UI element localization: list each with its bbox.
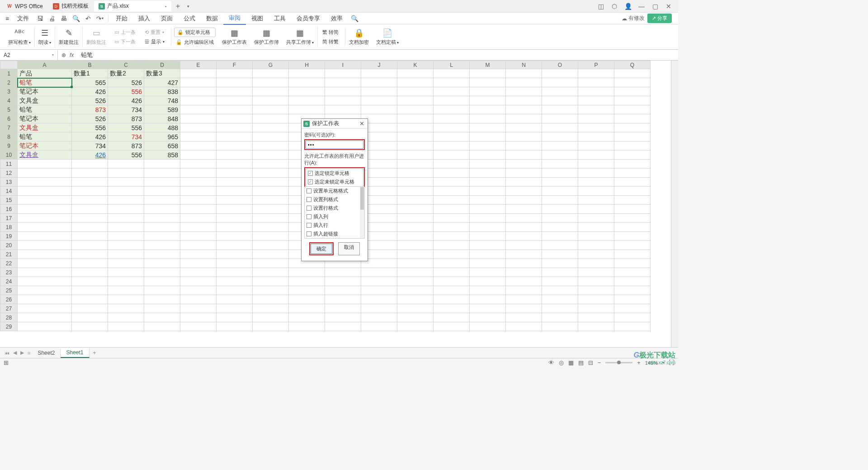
cell[interactable] [325,78,361,87]
cell[interactable] [578,286,614,295]
cell[interactable] [542,150,578,160]
permission-item[interactable]: 设置列格式 [305,195,364,204]
cell[interactable] [470,268,506,277]
cell[interactable] [578,205,614,214]
cell[interactable] [217,169,253,178]
cell[interactable] [253,150,289,160]
cell[interactable] [434,241,470,250]
cell[interactable] [325,295,361,304]
cell[interactable] [180,169,217,178]
cell[interactable] [434,187,470,196]
cell[interactable] [18,322,72,331]
cell[interactable] [397,232,434,241]
cell[interactable] [542,250,578,259]
cell[interactable] [325,322,361,331]
cell[interactable] [289,78,325,87]
cell[interactable] [470,105,506,114]
cell[interactable] [72,232,108,241]
doc-finalize-button[interactable]: 📄 文档定稿▾ [373,26,402,48]
cell[interactable] [217,250,253,259]
cell[interactable] [470,223,506,232]
status-icon[interactable]: ⊞ [4,359,9,366]
cell[interactable] [434,105,470,114]
cell[interactable] [108,241,144,250]
cell[interactable] [253,304,289,313]
cell[interactable] [397,223,434,232]
cell[interactable] [506,105,542,114]
cell[interactable] [434,250,470,259]
col-head-C[interactable]: C [108,61,144,69]
row-head-14[interactable]: 14 [0,187,18,196]
cell[interactable]: 748 [144,96,180,105]
cell[interactable]: 848 [144,114,180,123]
cell[interactable] [108,259,144,268]
cell[interactable] [108,322,144,331]
cell[interactable] [578,114,614,123]
row-head-2[interactable]: 2 [0,78,18,87]
cell[interactable] [144,160,180,169]
cell[interactable] [542,268,578,277]
zoom-out-button[interactable]: − [598,359,601,366]
cell[interactable] [108,223,144,232]
cell[interactable] [108,178,144,187]
row-head-16[interactable]: 16 [0,205,18,214]
col-head-H[interactable]: H [289,61,325,69]
menu-tab-start[interactable]: 开始 [110,13,133,24]
cell[interactable] [506,214,542,223]
cell[interactable] [470,169,506,178]
cell[interactable] [72,277,108,286]
cell[interactable] [217,196,253,205]
protect-book-button[interactable]: ▦ 保护工作簿 [250,26,283,48]
cell[interactable] [542,160,578,169]
checkbox[interactable]: ✓ [308,179,313,184]
cell[interactable]: 734 [72,141,108,150]
cell[interactable] [72,304,108,313]
cell[interactable] [434,232,470,241]
cell[interactable] [542,96,578,105]
cell[interactable] [578,322,614,331]
cell[interactable] [217,205,253,214]
cell[interactable] [506,268,542,277]
cell[interactable] [144,259,180,268]
cell[interactable] [470,69,506,78]
cell[interactable] [108,169,144,178]
view-focus-icon[interactable]: ◎ [559,359,564,366]
cell[interactable] [289,313,325,322]
cell[interactable] [397,114,434,123]
cell[interactable] [434,322,470,331]
undo-icon[interactable]: ↶ [83,15,94,22]
redo-icon[interactable]: ↷▾ [94,15,106,22]
cell[interactable] [325,277,361,286]
cell[interactable] [72,196,108,205]
cell[interactable] [180,114,217,123]
cell[interactable] [614,78,651,87]
cell[interactable] [217,268,253,277]
cell[interactable] [578,169,614,178]
cell[interactable] [217,132,253,141]
cell[interactable] [470,178,506,187]
checkbox[interactable] [307,206,311,211]
cell[interactable] [470,196,506,205]
cell[interactable]: 文具盒 [18,96,72,105]
box-icon[interactable]: ◫ [597,2,605,10]
cell[interactable] [180,205,217,214]
cell[interactable] [470,295,506,304]
cell[interactable] [361,295,397,304]
new-comment-button[interactable]: ✎ 新建批注 [55,26,83,48]
cell[interactable] [614,268,651,277]
cell[interactable] [506,196,542,205]
cell[interactable] [217,232,253,241]
permission-item[interactable]: ✓选定锁定单元格 [306,169,363,178]
cell[interactable] [180,286,217,295]
checkbox[interactable] [307,223,311,228]
cell[interactable] [434,268,470,277]
cell[interactable] [397,295,434,304]
checkbox[interactable] [307,214,311,219]
cell[interactable] [542,241,578,250]
cell[interactable] [506,313,542,322]
cell[interactable] [72,286,108,295]
cell[interactable] [180,96,217,105]
cell[interactable] [397,196,434,205]
reset-button[interactable]: ⟲ 重置▾ [143,28,166,37]
cell[interactable] [397,250,434,259]
